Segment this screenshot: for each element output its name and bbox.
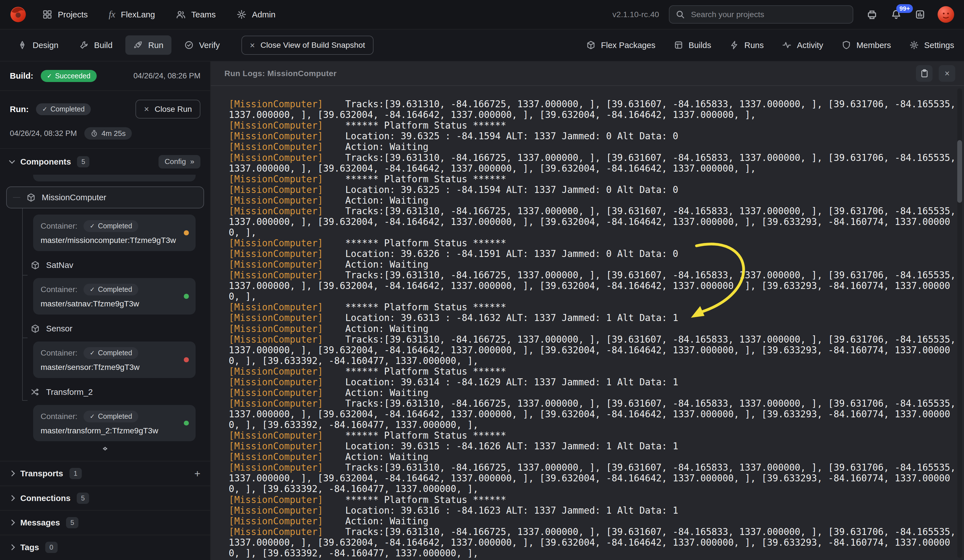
link-label: Builds (689, 41, 711, 50)
log-line: [MissionComputer] Location: 39.6313 : -8… (229, 313, 958, 323)
log-source-tag: [MissionComputer] (229, 238, 323, 248)
link-label: Runs (744, 41, 764, 50)
log-message: Location: 39.6326 : -84.1591 ALT: 1337 J… (323, 248, 678, 259)
app-root: Projects fx FlexLang Teams Admin v2.1.10… (0, 0, 964, 560)
chevron-down-icon (103, 446, 107, 450)
close-view-label: Close View of Build Snapshot (261, 41, 365, 50)
notifications-button[interactable]: 99+ (891, 9, 901, 19)
search-box[interactable] (669, 5, 853, 24)
tree-connector (22, 400, 28, 401)
component-cube-icon (31, 261, 40, 270)
tab-label: Build (94, 41, 113, 50)
log-source-tag: [MissionComputer] (229, 302, 323, 313)
section-title: Tags (20, 542, 39, 552)
container-card-sensor[interactable]: Container: ✓ Completed master/sensor:Tfz… (33, 341, 195, 378)
log-line: [MissionComputer] Action: Waiting (229, 195, 958, 206)
tab-design[interactable]: Design (10, 36, 66, 55)
component-item-satnav[interactable]: SatNav (31, 258, 204, 272)
log-source-tag: [MissionComputer] (229, 174, 323, 185)
link-runs[interactable]: Runs (730, 41, 764, 50)
component-item-missioncomputer[interactable]: MissionComputer (6, 187, 204, 209)
close-run-button[interactable]: × Close Run (135, 100, 200, 119)
gear-icon (909, 41, 919, 50)
log-lines: [MissionComputer] Tracks:[39.631310, -84… (229, 99, 958, 558)
projects-icon (42, 10, 52, 19)
print-button[interactable] (867, 9, 877, 19)
top-nav: Projects fx FlexLang Teams Admin v2.1.10… (0, 0, 964, 29)
sidebar-section-tags[interactable]: Tags 0 (0, 535, 210, 560)
flexlang-fx-icon: fx (109, 10, 116, 19)
tree-twig (13, 197, 20, 198)
log-line: [MissionComputer] Location: 39.6325 : -8… (229, 185, 958, 195)
sidebar: Build: ✓ Succeeded 04/26/24, 08:26 PM Ru… (0, 62, 211, 560)
user-avatar[interactable] (938, 6, 954, 23)
log-message: ****** Platform Status ****** (323, 238, 506, 248)
log-line: [MissionComputer] Action: Waiting (229, 451, 958, 462)
check-icon: ✓ (47, 73, 52, 79)
link-builds[interactable]: Builds (674, 41, 712, 50)
check-icon: ✓ (90, 286, 95, 293)
mode-tabs: Design Build Run Verify (10, 36, 228, 55)
nav-teams[interactable]: Teams (176, 10, 216, 19)
close-logs-button[interactable]: × (939, 65, 955, 82)
link-members[interactable]: Members (842, 41, 891, 50)
build-status-badge: ✓ Succeeded (41, 70, 97, 82)
container-image: master/sensor:Tfzme9gT3w (41, 362, 179, 372)
link-flex-packages[interactable]: Flex Packages (586, 41, 655, 50)
sidebar-section-messages[interactable]: Messages 5 (0, 510, 210, 535)
container-card-satnav[interactable]: Container: ✓ Completed master/satnav:Tfz… (33, 278, 195, 315)
components-header[interactable]: Components 5 Config » (0, 149, 210, 172)
log-line: [MissionComputer] Tracks:[39.631310, -84… (229, 527, 958, 558)
components-count-badge: 5 (77, 156, 90, 167)
log-message: Location: 39.6325 : -84.1594 ALT: 1337 J… (323, 185, 678, 195)
chevron-right-icon (9, 519, 15, 526)
log-scrollbar-thumb[interactable] (957, 140, 962, 203)
section-title: Transports (20, 469, 63, 478)
copy-logs-button[interactable] (916, 65, 933, 82)
log-message: Location: 39.6314 : -84.1629 ALT: 1337 J… (323, 377, 678, 388)
log-line: [MissionComputer] Tracks:[39.631310, -84… (229, 398, 958, 430)
tab-run[interactable]: Run (125, 36, 171, 55)
lightning-icon (730, 41, 739, 50)
container-label: Container: (41, 348, 77, 357)
container-card-missioncomputer[interactable]: Container: ✓ Completed master/missioncom… (33, 214, 195, 251)
nav-projects[interactable]: Projects (42, 10, 88, 19)
tab-build[interactable]: Build (72, 36, 120, 55)
config-button[interactable]: Config » (158, 155, 201, 169)
nav-admin[interactable]: Admin (237, 10, 275, 19)
link-label: Flex Packages (601, 41, 655, 50)
close-view-button[interactable]: × Close View of Build Snapshot (241, 36, 374, 55)
check-icon: ✓ (90, 413, 95, 420)
chevron-right-icon (9, 471, 15, 477)
container-label: Container: (41, 412, 77, 421)
log-line: [MissionComputer] Tracks:[39.631310, -84… (229, 270, 958, 302)
log-source-tag: [MissionComputer] (229, 441, 323, 451)
log-line: [MissionComputer] Location: 39.6325 : -8… (229, 131, 958, 141)
container-card-transform-2[interactable]: Container: ✓ Completed master/transform_… (33, 405, 195, 442)
section-count-badge: 5 (66, 517, 78, 528)
link-activity[interactable]: Activity (782, 41, 823, 50)
tree-scroll-indicator[interactable] (104, 447, 107, 450)
log-message: Action: Waiting (323, 323, 428, 334)
log-line: [MissionComputer] Location: 39.6314 : -8… (229, 377, 958, 388)
log-source-tag: [MissionComputer] (229, 153, 323, 163)
link-settings[interactable]: Settings (909, 41, 954, 50)
tree-connector (22, 208, 23, 400)
close-icon: × (144, 105, 149, 114)
sidebar-section-connections[interactable]: Connections 5 (0, 485, 210, 510)
log-source-tag: [MissionComputer] (229, 366, 323, 377)
component-item-sensor[interactable]: Sensor (31, 322, 204, 335)
nav-label: Projects (58, 10, 88, 19)
tree-connector (22, 275, 28, 276)
tab-verify[interactable]: Verify (176, 36, 228, 55)
usage-stats-button[interactable] (915, 9, 925, 19)
sidebar-section-transports[interactable]: Transports 1 + (0, 461, 210, 485)
log-source-tag: [MissionComputer] (229, 131, 323, 141)
log-output[interactable]: [MissionComputer] Tracks:[39.631310, -84… (211, 86, 964, 560)
component-item-transform-2[interactable]: Transform_2 (31, 385, 204, 399)
search-input[interactable] (690, 9, 847, 19)
log-message: ****** Platform Status ****** (323, 174, 506, 185)
add-transport-button[interactable]: + (194, 468, 201, 479)
app-logo[interactable] (10, 6, 26, 23)
nav-flexlang[interactable]: fx FlexLang (109, 10, 155, 19)
